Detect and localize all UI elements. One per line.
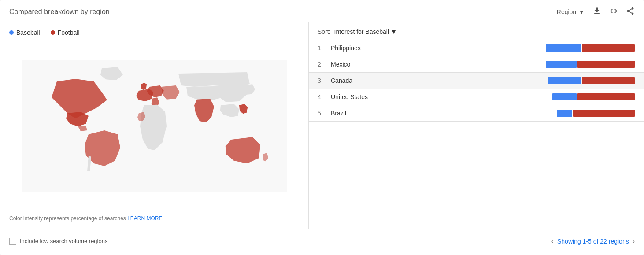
prev-page-icon[interactable]: ‹ bbox=[551, 237, 554, 245]
row-rank: 5 bbox=[318, 110, 331, 117]
sort-row: Sort: Interest for Baseball ▼ bbox=[309, 22, 644, 40]
table-section: Sort: Interest for Baseball ▼ 1 Philippi… bbox=[309, 22, 644, 229]
map-note-text: Color intensity represents percentage of… bbox=[9, 215, 126, 222]
row-name: Canada bbox=[331, 77, 548, 84]
row-rank: 3 bbox=[318, 77, 331, 84]
bar-blue bbox=[548, 77, 581, 84]
table-row: 5 Brazil bbox=[309, 105, 644, 122]
bar-blue bbox=[557, 110, 572, 117]
sort-dropdown[interactable]: Interest for Baseball ▼ bbox=[334, 28, 397, 35]
footer: Include low search volume regions ‹ Show… bbox=[0, 229, 644, 253]
next-page-icon[interactable]: › bbox=[633, 237, 635, 245]
baseball-label: Baseball bbox=[16, 29, 40, 36]
map-container bbox=[9, 41, 300, 212]
row-bars bbox=[552, 93, 635, 100]
baseball-dot bbox=[9, 30, 14, 35]
embed-icon[interactable] bbox=[609, 7, 618, 17]
world-map-svg bbox=[18, 60, 291, 192]
legend: Baseball Football bbox=[9, 29, 300, 36]
sort-value: Interest for Baseball bbox=[334, 28, 389, 35]
bar-red bbox=[577, 61, 635, 68]
row-bars bbox=[546, 61, 635, 68]
bar-red bbox=[573, 110, 635, 117]
main-container: Compared breakdown by region Region ▼ bbox=[0, 0, 644, 255]
region-label: Region bbox=[557, 8, 576, 15]
bar-red bbox=[582, 44, 635, 52]
row-name: Brazil bbox=[331, 110, 557, 117]
pagination: ‹ Showing 1-5 of 22 regions › bbox=[551, 237, 635, 245]
table-row: 3 Canada bbox=[309, 73, 644, 89]
pagination-text: Showing 1-5 of 22 regions bbox=[557, 238, 629, 245]
low-volume-label: Include low search volume regions bbox=[20, 238, 107, 244]
row-rank: 1 bbox=[318, 44, 331, 52]
bar-blue bbox=[546, 61, 577, 68]
row-rank: 2 bbox=[318, 61, 331, 68]
row-name: United States bbox=[331, 93, 552, 100]
row-name: Mexico bbox=[331, 61, 546, 68]
bar-blue bbox=[552, 93, 577, 100]
football-dot bbox=[51, 30, 55, 35]
learn-more-link[interactable]: LEARN MORE bbox=[127, 215, 162, 222]
row-bars bbox=[557, 110, 635, 117]
map-note: Color intensity represents percentage of… bbox=[9, 215, 300, 222]
football-label: Football bbox=[58, 29, 80, 36]
page-title: Compared breakdown by region bbox=[9, 8, 110, 16]
header: Compared breakdown by region Region ▼ bbox=[0, 0, 644, 22]
table-rows: 1 Philippines 2 Mexico 3 Canada 4 United… bbox=[309, 40, 644, 229]
row-rank: 4 bbox=[318, 93, 331, 100]
body: Baseball Football bbox=[0, 22, 644, 229]
download-icon[interactable] bbox=[592, 7, 601, 17]
region-dropdown[interactable]: Region ▼ bbox=[557, 8, 585, 15]
bar-blue bbox=[546, 44, 581, 52]
low-volume-checkbox-label[interactable]: Include low search volume regions bbox=[9, 238, 107, 245]
low-volume-checkbox[interactable] bbox=[9, 238, 16, 245]
bar-red bbox=[577, 93, 635, 100]
sort-label: Sort: bbox=[318, 28, 331, 35]
legend-item-football: Football bbox=[51, 29, 80, 36]
share-icon[interactable] bbox=[626, 7, 635, 17]
table-row: 4 United States bbox=[309, 89, 644, 105]
region-chevron-icon: ▼ bbox=[578, 8, 585, 15]
sort-chevron-icon: ▼ bbox=[391, 28, 397, 35]
row-bars bbox=[548, 77, 635, 84]
map-section: Baseball Football bbox=[0, 22, 309, 229]
header-controls: Region ▼ bbox=[557, 7, 635, 17]
table-row: 1 Philippines bbox=[309, 40, 644, 56]
row-bars bbox=[546, 44, 635, 52]
bar-red bbox=[582, 77, 635, 84]
legend-item-baseball: Baseball bbox=[9, 29, 40, 36]
table-row: 2 Mexico bbox=[309, 56, 644, 73]
row-name: Philippines bbox=[331, 44, 546, 52]
